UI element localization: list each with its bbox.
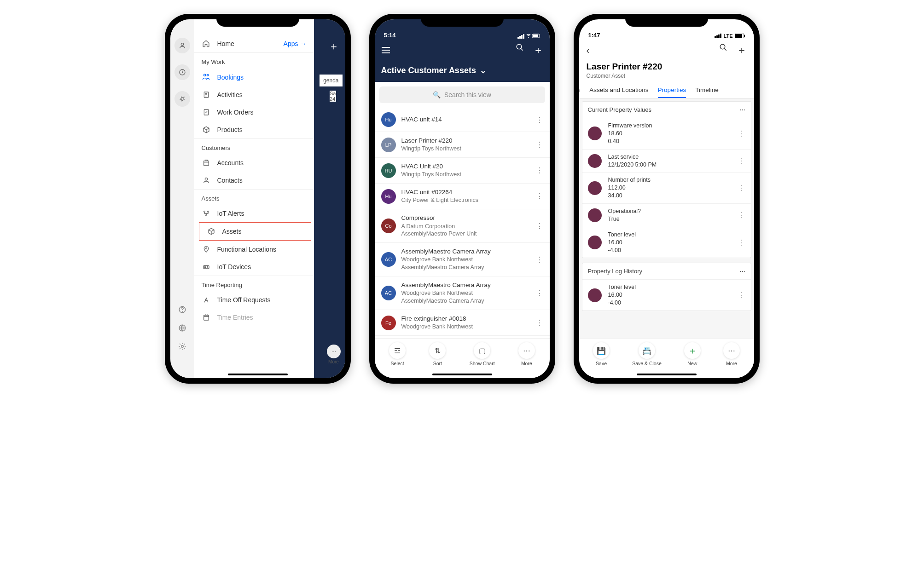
avatar: Hu: [381, 112, 396, 127]
search-icon[interactable]: [719, 43, 727, 57]
nav-iot-alerts[interactable]: IoT Alerts: [194, 205, 314, 222]
item-menu-icon[interactable]: ⋮: [536, 140, 543, 149]
help-icon[interactable]: [178, 305, 186, 314]
item-menu-icon[interactable]: ⋮: [738, 184, 745, 192]
nav-bookings[interactable]: Bookings: [194, 68, 314, 86]
device-notch: [421, 14, 504, 27]
section-customers: Customers: [194, 139, 314, 154]
item-text: Fire extinguisher #0018Woodgrove Bank No…: [401, 315, 530, 331]
nav-activities[interactable]: Activities: [194, 86, 314, 104]
tab-properties[interactable]: Properties: [658, 86, 686, 98]
nav-accounts[interactable]: Accounts: [194, 154, 314, 172]
svg-point-15: [205, 248, 207, 249]
nav-home[interactable]: Home: [217, 40, 234, 47]
svg-rect-32: [735, 34, 742, 38]
property-row[interactable]: Toner level16.00-4.00 ⋮: [582, 227, 751, 258]
list-item[interactable]: Hu HVAC unit #14 ⋮: [375, 108, 550, 132]
toolbar-more[interactable]: ⋯More: [723, 342, 740, 366]
nav-work-orders[interactable]: Work Orders: [194, 104, 314, 121]
property-row[interactable]: Toner level16.00-4.00 ⋮: [582, 279, 751, 311]
item-menu-icon[interactable]: ⋮: [536, 166, 543, 175]
arrow-right-icon: →: [300, 40, 307, 47]
svg-point-12: [203, 211, 205, 213]
item-menu-icon[interactable]: ⋮: [738, 291, 745, 299]
search-icon[interactable]: [516, 43, 524, 57]
background-screen: ＋ genda Sa24 ⋯ More: [314, 19, 345, 378]
add-icon[interactable]: ＋: [737, 43, 747, 57]
avatar: HU: [381, 163, 396, 178]
item-text: CompressorA Datum CorporationAssemblyMae…: [401, 214, 530, 238]
property-row[interactable]: Operational?True ⋮: [582, 203, 751, 227]
recent-icon[interactable]: [174, 64, 190, 80]
apps-link[interactable]: Apps →: [284, 40, 307, 47]
properties-body[interactable]: Current Property Values ⋯ Firmware versi…: [579, 98, 754, 338]
current-values-card: Current Property Values ⋯ Firmware versi…: [582, 101, 751, 258]
nav-products[interactable]: Products: [194, 121, 314, 138]
item-menu-icon[interactable]: ⋮: [738, 238, 745, 247]
chevron-down-icon: ⌄: [480, 65, 487, 75]
toolbar-save[interactable]: 💾Save: [593, 342, 610, 366]
asset-list[interactable]: Hu HVAC unit #14 ⋮LP Laser Printer #220W…: [375, 108, 550, 338]
time-entries-icon: [202, 314, 211, 321]
property-text: Firmware version18.600.40: [608, 122, 732, 145]
svg-rect-19: [517, 37, 519, 39]
toolbar-show-chart[interactable]: ▢̱Show Chart: [470, 342, 495, 366]
list-item[interactable]: LP Laser Printer #220Wingtip Toys Northw…: [375, 132, 550, 158]
globe-icon[interactable]: [178, 324, 186, 332]
item-menu-icon[interactable]: ⋮: [536, 318, 543, 327]
tab-timeline[interactable]: Timeline: [695, 86, 719, 98]
list-item[interactable]: AC AssemblyMaestro Camera ArrayWoodgrove…: [375, 243, 550, 276]
add-icon[interactable]: ＋: [533, 43, 543, 57]
search-bar[interactable]: 🔍 Search this view: [379, 86, 545, 103]
bookings-icon: [202, 73, 211, 81]
item-menu-icon[interactable]: ⋮: [536, 255, 543, 264]
item-menu-icon[interactable]: ⋮: [536, 289, 543, 298]
gear-icon[interactable]: [178, 342, 186, 351]
toolbar-icon: 💾: [593, 342, 610, 359]
section-my-work: My Work: [194, 53, 314, 68]
list-item[interactable]: Fe Fire extinguisher #0018Woodgrove Bank…: [375, 310, 550, 336]
item-menu-icon[interactable]: ⋮: [738, 129, 745, 138]
phone-mockup-1: Home Apps → My Work Bookings Activities …: [165, 14, 351, 384]
more-button[interactable]: ⋯ More: [327, 345, 341, 364]
item-menu-icon[interactable]: ⋮: [536, 192, 543, 201]
toolbar-new[interactable]: ＋New: [684, 342, 701, 366]
nav-iot-devices[interactable]: IoT Devices: [194, 258, 314, 276]
toolbar-more[interactable]: ⋯More: [518, 342, 535, 366]
add-icon[interactable]: ＋: [329, 40, 339, 53]
tab-assets-locations[interactable]: Assets and Locations: [589, 86, 648, 98]
list-item[interactable]: AC AssemblyMaestro Camera ArrayWoodgrove…: [375, 276, 550, 310]
item-menu-icon[interactable]: ⋮: [536, 222, 543, 230]
toolbar-icon: ⋯: [518, 342, 535, 359]
nav-time-off[interactable]: Time Off Requests: [194, 291, 314, 309]
item-menu-icon[interactable]: ⋮: [536, 115, 543, 124]
profile-icon[interactable]: [174, 38, 190, 53]
location-icon: [202, 246, 211, 253]
property-row[interactable]: Firmware version18.600.40 ⋮: [582, 118, 751, 149]
tab-partial[interactable]: ers: [579, 86, 581, 98]
toolbar-select[interactable]: ☲Select: [389, 342, 406, 366]
nav-functional-locations[interactable]: Functional Locations: [194, 241, 314, 258]
hamburger-icon[interactable]: [381, 46, 390, 54]
view-title[interactable]: Active Customer Assets ⌄: [381, 65, 543, 75]
card-menu-icon[interactable]: ⋯: [739, 106, 745, 113]
item-menu-icon[interactable]: ⋮: [738, 156, 745, 165]
card-menu-icon[interactable]: ⋯: [739, 268, 745, 275]
toolbar-save-and-close[interactable]: 📇Save & Close: [632, 342, 662, 366]
nav-time-entries[interactable]: Time Entries: [194, 309, 314, 326]
svg-rect-20: [519, 36, 521, 39]
nav-assets[interactable]: Assets: [199, 222, 311, 241]
item-menu-icon[interactable]: ⋮: [738, 211, 745, 219]
toolbar-sort[interactable]: ⇅Sort: [429, 342, 446, 366]
nav-contacts[interactable]: Contacts: [194, 172, 314, 189]
list-item[interactable]: Co CompressorA Datum CorporationAssembly…: [375, 209, 550, 243]
svg-rect-30: [720, 34, 721, 38]
list-item[interactable]: HU HVAC Unit #20Wingtip Toys Northwest ⋮: [375, 158, 550, 184]
pin-icon[interactable]: [174, 91, 190, 107]
svg-rect-10: [203, 161, 209, 165]
property-row[interactable]: Last service12/1/2020 5:00 PM ⋮: [582, 149, 751, 173]
back-icon[interactable]: ‹: [587, 45, 590, 56]
toolbar-icon: ☲: [389, 342, 406, 359]
list-item[interactable]: Hu HVAC unit #02264City Power & Light El…: [375, 184, 550, 209]
property-row[interactable]: Number of prints112.0034.00 ⋮: [582, 172, 751, 203]
